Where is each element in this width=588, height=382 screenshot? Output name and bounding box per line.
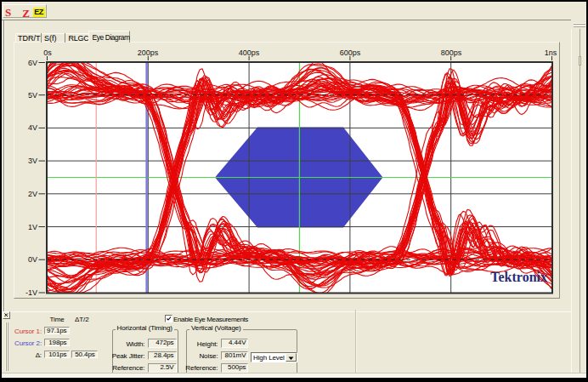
svg-text:400ps: 400ps bbox=[239, 48, 260, 57]
svg-text:1ns: 1ns bbox=[545, 48, 557, 57]
svg-text:0s: 0s bbox=[43, 48, 52, 57]
svg-text:6V: 6V bbox=[28, 59, 37, 67]
svg-text:0V: 0V bbox=[28, 255, 37, 264]
svg-text:1V: 1V bbox=[28, 223, 37, 231]
svg-text:5V: 5V bbox=[28, 91, 37, 100]
svg-text:4V: 4V bbox=[28, 123, 37, 132]
svg-text:600ps: 600ps bbox=[340, 48, 361, 57]
svg-text:2V: 2V bbox=[28, 190, 37, 198]
svg-text:-1V: -1V bbox=[25, 288, 37, 297]
svg-text:Tektronix: Tektronix bbox=[490, 270, 547, 284]
svg-text:200ps: 200ps bbox=[138, 48, 159, 57]
svg-text:3V: 3V bbox=[28, 157, 37, 165]
svg-text:800ps: 800ps bbox=[441, 48, 462, 57]
